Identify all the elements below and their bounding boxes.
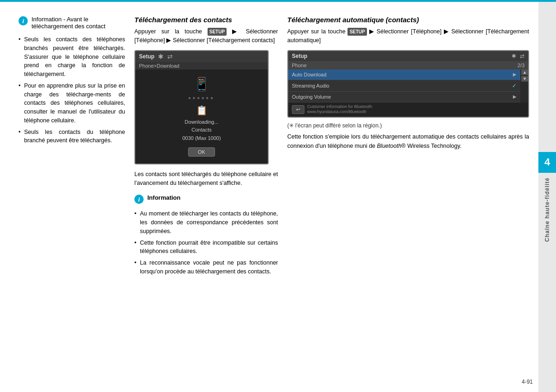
middle-bullet-list: Au moment de télécharger les contacts du…	[134, 209, 278, 276]
screen2-header: Setup ✱ ⇄	[288, 51, 528, 61]
screen2-page-num: 2/3	[518, 63, 524, 68]
chapter-number: 4	[538, 152, 556, 173]
arrow-right-icon: ▶	[513, 94, 517, 99]
chevron-right-icon: ▶	[513, 72, 517, 77]
screen-note: (✳ l'écran peut différé selon la région.…	[287, 122, 529, 129]
bluetooth-icon: ✱	[158, 53, 164, 60]
scroll-arrows: ▲ ▼	[521, 70, 528, 102]
screen1-header-title: Setup	[139, 53, 154, 60]
info-icon-2: i	[134, 195, 144, 204]
screen2-header-icons: ✱ ⇄	[512, 53, 524, 59]
screen2-subheader: Phone 2/3	[288, 61, 528, 70]
menu-row-streaming[interactable]: Streaming Audio ✓	[288, 80, 520, 92]
section2-intro: Appuyer sur la touche SETUP ▶ Sélectionn…	[287, 27, 529, 45]
list-item: Pour en apprendre plus sur la prise en c…	[19, 82, 125, 125]
list-item: Cette fonction pourrait être incompatibl…	[134, 239, 278, 256]
footer-text: Customer information for Bluetooth:www.h…	[307, 104, 373, 115]
phone-connect-icon: ⇄	[167, 53, 173, 60]
screen1-subheader: Phone>Download	[135, 62, 268, 70]
section2-body: Cette fonction s'emploie lors du télécha…	[287, 133, 529, 151]
screen1-body: 📱 •••••• 📋 Downloading...Contacts0030 (M…	[135, 70, 268, 164]
screen1-header: Setup ✱ ⇄	[135, 51, 268, 62]
check-icon: ✓	[512, 82, 517, 89]
phone-icon: 📱	[194, 76, 210, 92]
chapter-sidebar: 4 Chaîne haute-fidélité	[538, 2, 556, 392]
setup-badge-2: SETUP	[348, 28, 366, 36]
section2: Téléchargement automatique (contacts) Ap…	[287, 16, 529, 151]
list-item: La reconnaissance vocale peut ne pas fon…	[134, 259, 278, 276]
dots-row: ••••••	[188, 94, 215, 102]
info-title-text: Information - Avant le téléchargement de…	[32, 16, 106, 30]
info-box-left: i Information - Avant le téléchargement …	[19, 16, 125, 30]
screen2-subheader-text: Phone	[292, 63, 307, 68]
chapter-label: Chaîne haute-fidélité	[544, 177, 550, 242]
info-icon-left: i	[19, 16, 28, 25]
section1: Téléchargement des contacts Appuyer sur …	[134, 16, 278, 188]
screen2-body-container: Auto Download ▶ Streaming Audio ✓ Outgoi…	[288, 70, 528, 102]
scroll-down-button[interactable]: ▼	[521, 76, 528, 82]
screen2-menu-rows: Auto Download ▶ Streaming Audio ✓ Outgoi…	[288, 70, 520, 102]
section1-title: Téléchargement des contacts	[134, 16, 278, 24]
list-item: Au moment de télécharger les contacts du…	[134, 209, 278, 235]
setup-badge-1: SETUP	[208, 28, 227, 36]
info-box-2: i Information	[134, 194, 278, 204]
section1-intro: Appuyer sur la touche SETUP ▶ Sélectionn…	[134, 27, 278, 45]
section2-title: Téléchargement automatique (contacts)	[287, 16, 529, 24]
page-container: i Information - Avant le téléchargement …	[0, 2, 556, 392]
middle-column: Téléchargement des contacts Appuyer sur …	[134, 16, 278, 383]
menu-row-outgoing-volume[interactable]: Outgoing Volume ▶	[288, 92, 520, 102]
list-item: Seuls les contacts du téléphone branché …	[19, 128, 125, 145]
list-item: Seuls les contacts des téléphones branch…	[19, 35, 125, 79]
menu-row-auto-download[interactable]: Auto Download ▶	[288, 70, 520, 80]
screen-mockup-1: Setup ✱ ⇄ Phone>Download 📱 •••••• 📋 Down…	[134, 50, 269, 164]
page-number: 4-91	[522, 379, 533, 385]
back-button[interactable]: ↩	[292, 105, 304, 114]
section1-body: Les contacts sont téléchargés du télépho…	[134, 170, 278, 188]
right-column: Téléchargement automatique (contacts) Ap…	[287, 16, 529, 383]
main-content: i Information - Avant le téléchargement …	[0, 2, 538, 392]
document-icon: 📋	[196, 105, 208, 116]
phone-connect-icon-2: ⇄	[520, 53, 524, 59]
left-bullet-list: Seuls les contacts des téléphones branch…	[19, 35, 125, 145]
downloading-text: Downloading...Contacts0030 (Max 1000)	[182, 118, 221, 143]
scroll-up-button[interactable]: ▲	[521, 70, 528, 75]
left-column: i Information - Avant le téléchargement …	[19, 16, 125, 383]
bluetooth-icon-2: ✱	[512, 53, 516, 59]
screen2-footer: ↩ Customer information for Bluetooth:www…	[288, 102, 528, 117]
info-title-2: Information	[147, 194, 181, 201]
info-title-left: Information - Avant le téléchargement de…	[32, 16, 125, 30]
screen-mockup-2: Setup ✱ ⇄ Phone 2/3 Auto Download	[287, 50, 529, 118]
ok-button[interactable]: OK	[188, 147, 215, 157]
screen2-header-title: Setup	[292, 53, 307, 59]
